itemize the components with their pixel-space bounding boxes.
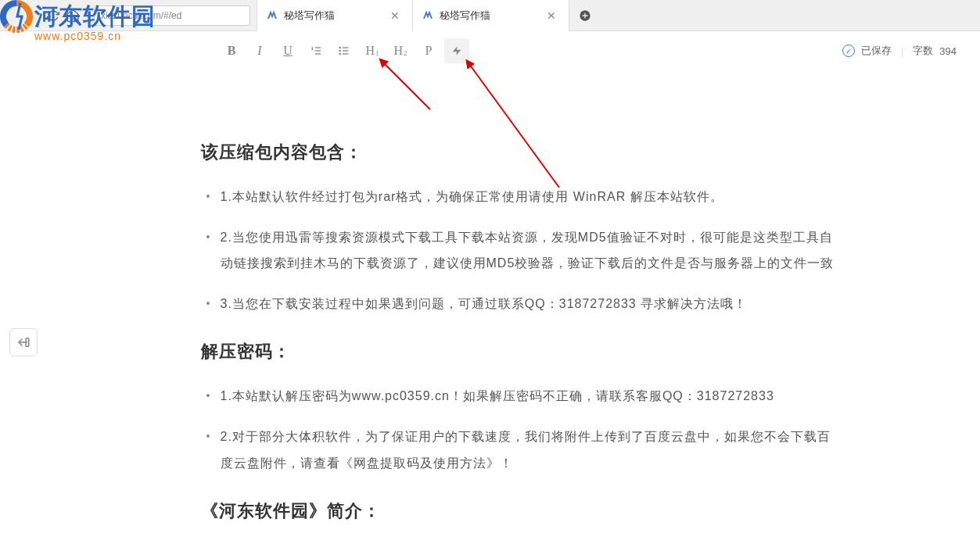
section-heading: 该压缩包内容包含：: [201, 141, 835, 164]
saved-label: 已保存: [861, 44, 892, 58]
section-heading: 《河东软件园》简介：: [201, 499, 835, 523]
svg-point-10: [339, 53, 340, 54]
reload-icon[interactable]: [47, 9, 59, 22]
svg-point-9: [339, 50, 340, 51]
saved-check-icon: ✓: [842, 45, 855, 57]
heading1-button[interactable]: H1: [360, 38, 385, 63]
underline-button[interactable]: U: [275, 38, 300, 63]
url-bar[interactable]: xiezuocat.com/#/ed: [94, 5, 250, 26]
tab-close-icon[interactable]: ✕: [544, 9, 559, 22]
content-list: 1.本站默认软件经过打包为rar格式，为确保正常使用请使用 WinRAR 解压本…: [201, 184, 835, 317]
bold-button[interactable]: B: [219, 38, 244, 63]
content-list: 1.本站默认解压密码为www.pc0359.cn！如果解压密码不正确，请联系客服…: [201, 383, 835, 476]
svg-point-8: [339, 47, 340, 48]
browser-tab[interactable]: 秘塔写作猫 ✕: [413, 0, 569, 31]
ordered-list-button[interactable]: [303, 38, 328, 63]
back-button[interactable]: [9, 328, 38, 356]
new-tab-button[interactable]: [569, 0, 601, 31]
heading2-button[interactable]: H2: [388, 38, 413, 63]
editor-body[interactable]: 该压缩包内容包含： 1.本站默认软件经过打包为rar格式，为确保正常使用请使用 …: [47, 70, 980, 558]
tab-favicon: [267, 10, 278, 21]
list-item: 1.本站默认解压密码为www.pc0359.cn！如果解压密码不正确，请联系客服…: [221, 383, 835, 410]
list-item: 2.当您使用迅雷等搜索资源模式下载工具下载本站资源，发现MD5值验证不对时，很可…: [221, 224, 835, 277]
tab-title: 秘塔写作猫: [284, 9, 381, 23]
tab-favicon: [422, 10, 433, 21]
unordered-list-button[interactable]: [332, 38, 357, 63]
divider: |: [901, 45, 903, 57]
tab-close-icon[interactable]: ✕: [387, 9, 403, 22]
editor-toolbar: B I U H1 H2 P ✓ 已保存 | 字数: [47, 31, 980, 70]
lightning-button[interactable]: [444, 38, 469, 63]
section-heading: 解压密码：: [201, 340, 835, 363]
list-item: 1.本站默认软件经过打包为rar格式，为确保正常使用请使用 WinRAR 解压本…: [221, 184, 835, 210]
svg-marker-11: [453, 46, 461, 55]
left-sidebar: [0, 31, 47, 558]
list-item: 3.当您在下载安装过程中如果遇到问题，可通过联系QQ：3187272833 寻求…: [221, 291, 835, 317]
word-count-label: 字数: [913, 44, 933, 58]
browser-tab[interactable]: 秘塔写作猫 ✕: [257, 0, 413, 31]
browser-tab-bar: xiezuocat.com/#/ed 秘塔写作猫 ✕ 秘塔写作猫 ✕: [0, 0, 980, 31]
tab-title: 秘塔写作猫: [440, 9, 537, 23]
paragraph-button[interactable]: P: [416, 38, 441, 63]
home-icon[interactable]: [66, 9, 80, 23]
list-item: 2.对于部分大体积软件，为了保证用户的下载速度，我们将附件上传到了百度云盘中，如…: [221, 424, 835, 476]
url-text: xiezuocat.com/#/ed: [101, 10, 181, 21]
italic-button[interactable]: I: [247, 38, 272, 63]
word-count-value: 394: [939, 45, 957, 57]
